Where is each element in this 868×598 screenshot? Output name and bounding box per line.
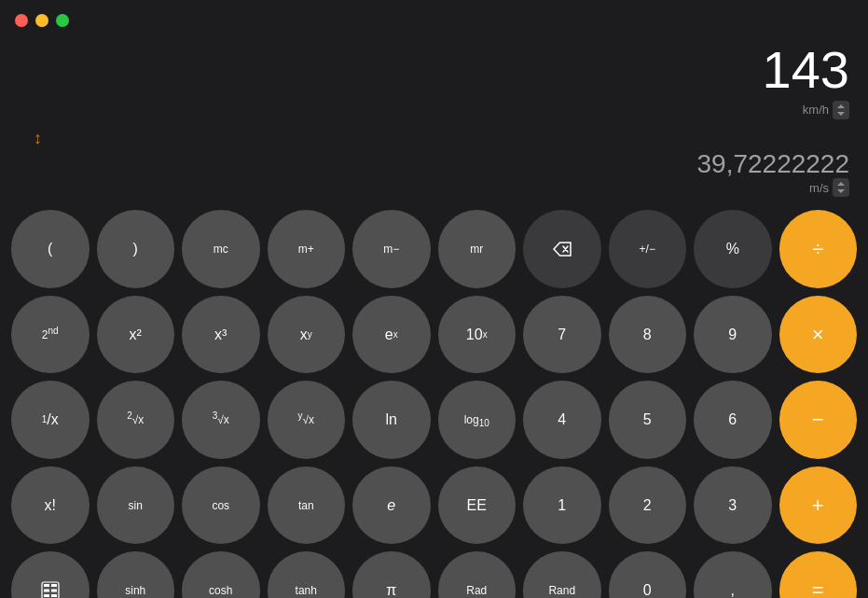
calculator-mode-button[interactable] xyxy=(11,551,90,598)
rad-button[interactable]: Rad xyxy=(438,551,517,598)
svg-rect-4 xyxy=(51,590,57,592)
eight-button[interactable]: 8 xyxy=(609,296,687,374)
factorial-button[interactable]: x! xyxy=(11,466,90,545)
two-button[interactable]: 2 xyxy=(609,466,687,545)
secondary-unit-row: m/s xyxy=(19,178,849,197)
zero-button[interactable]: 0 xyxy=(609,551,687,598)
three-button[interactable]: 3 xyxy=(694,466,772,545)
decimal-button[interactable]: , xyxy=(694,551,772,598)
ee-button[interactable]: EE xyxy=(438,466,517,545)
svg-rect-1 xyxy=(44,584,49,587)
svg-rect-3 xyxy=(44,590,49,592)
calculator-body: ( ) mc m+ m− mr +/− % ÷ 2nd x² x³ xy ex … xyxy=(0,204,868,598)
stepper-up-icon xyxy=(837,104,845,108)
close-button[interactable] xyxy=(15,14,28,27)
power-y-button[interactable]: xy xyxy=(268,296,346,374)
main-conversion-row: 143 xyxy=(19,41,849,99)
six-button[interactable]: 6 xyxy=(694,381,772,459)
svg-rect-2 xyxy=(51,584,57,587)
main-unit-row: km/h xyxy=(19,101,849,119)
secondary-value: 39,72222222 xyxy=(19,150,849,179)
button-row-2: 2nd x² x³ xy ex 10x 7 8 9 × xyxy=(11,296,857,374)
cube-button[interactable]: x³ xyxy=(182,296,260,374)
ten-power-x-button[interactable]: 10x xyxy=(438,296,517,374)
svg-rect-6 xyxy=(51,594,57,597)
main-unit-label: km/h xyxy=(803,103,829,117)
plus-minus-button[interactable]: +/− xyxy=(609,210,687,288)
svg-rect-5 xyxy=(44,594,49,597)
e-power-x-button[interactable]: ex xyxy=(352,296,431,374)
add-button[interactable]: + xyxy=(779,466,858,545)
memory-subtract-button[interactable]: m− xyxy=(352,210,431,288)
sort-icon-row: ↕ xyxy=(19,123,849,150)
cos-button[interactable]: cos xyxy=(182,466,260,545)
nine-button[interactable]: 9 xyxy=(694,296,772,374)
button-row-3: 1/x 2√x 3√x y√x ln log10 4 5 6 − xyxy=(11,381,857,459)
log10-button[interactable]: log10 xyxy=(438,381,517,459)
display-area: 143 km/h ↕ 39,72222222 m/s xyxy=(0,41,868,204)
button-row-4: x! sin cos tan e EE 1 2 3 + xyxy=(11,466,857,545)
close-paren-button[interactable]: ) xyxy=(97,210,175,288)
pi-button[interactable]: π xyxy=(352,551,431,598)
sqrty-button[interactable]: y√x xyxy=(268,381,346,459)
button-row-1: ( ) mc m+ m− mr +/− % ÷ xyxy=(11,210,857,288)
seven-button[interactable]: 7 xyxy=(523,296,601,374)
secondary-stepper-up-icon xyxy=(837,182,845,186)
sinh-button[interactable]: sinh xyxy=(97,551,175,598)
main-value: 143 xyxy=(763,41,849,99)
sin-button[interactable]: sin xyxy=(97,466,175,545)
second-button[interactable]: 2nd xyxy=(11,296,90,374)
tanh-button[interactable]: tanh xyxy=(268,551,346,598)
five-button[interactable]: 5 xyxy=(609,381,687,459)
sqrt3-button[interactable]: 3√x xyxy=(182,381,260,459)
titlebar xyxy=(0,0,868,41)
memory-clear-button[interactable]: mc xyxy=(182,210,260,288)
main-unit-stepper[interactable] xyxy=(833,101,849,119)
secondary-unit-stepper[interactable] xyxy=(833,178,849,197)
stepper-down-icon xyxy=(837,112,845,116)
maximize-button[interactable] xyxy=(56,14,69,27)
subtract-button[interactable]: − xyxy=(779,381,858,459)
button-row-5: sinh cosh tanh π Rad Rand 0 , = xyxy=(11,551,857,598)
traffic-lights xyxy=(15,14,69,27)
equals-button[interactable]: = xyxy=(779,551,858,598)
memory-add-button[interactable]: m+ xyxy=(268,210,346,288)
open-paren-button[interactable]: ( xyxy=(11,210,90,288)
sqrt2-button[interactable]: 2√x xyxy=(97,381,175,459)
secondary-unit-label: m/s xyxy=(809,181,829,195)
memory-recall-button[interactable]: mr xyxy=(438,210,517,288)
secondary-stepper-down-icon xyxy=(837,189,845,193)
reciprocal-button[interactable]: 1/x xyxy=(11,381,90,459)
tan-button[interactable]: tan xyxy=(268,466,346,545)
sort-icon[interactable]: ↕ xyxy=(34,129,42,147)
multiply-button[interactable]: × xyxy=(779,296,858,374)
one-button[interactable]: 1 xyxy=(523,466,601,545)
divide-button[interactable]: ÷ xyxy=(779,210,858,288)
euler-e-button[interactable]: e xyxy=(352,466,431,545)
percent-button[interactable]: % xyxy=(694,210,772,288)
square-button[interactable]: x² xyxy=(97,296,175,374)
rand-button[interactable]: Rand xyxy=(523,551,601,598)
ln-button[interactable]: ln xyxy=(352,381,431,459)
minimize-button[interactable] xyxy=(35,14,48,27)
four-button[interactable]: 4 xyxy=(523,381,601,459)
backspace-button[interactable] xyxy=(523,210,601,288)
cosh-button[interactable]: cosh xyxy=(182,551,260,598)
